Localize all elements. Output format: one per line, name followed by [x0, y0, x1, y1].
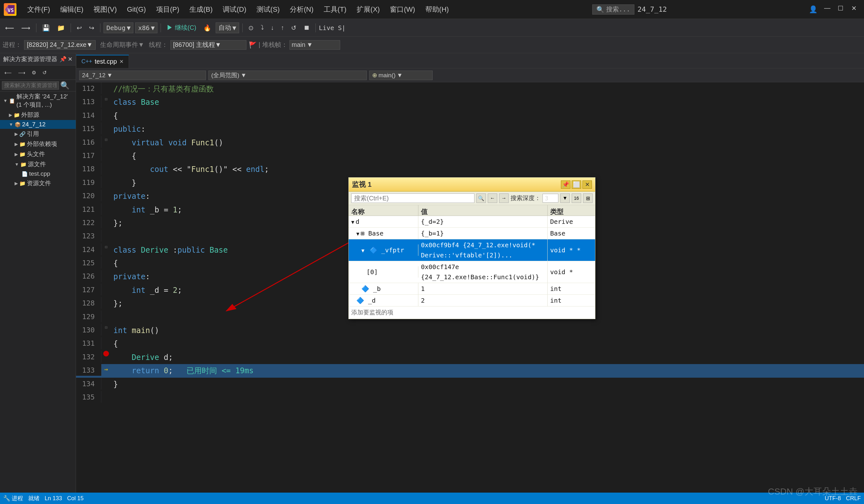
- code-editor[interactable]: 112//情况一：只有基类有虚函数113⊟class Base114{115pu…: [76, 82, 864, 493]
- sidebar-back-btn[interactable]: ⟵: [2, 67, 14, 78]
- watch-search-button[interactable]: 🔍: [476, 194, 486, 203]
- step-over-button[interactable]: ⤵: [258, 22, 266, 34]
- breakpoint-button[interactable]: ⊙: [246, 22, 256, 34]
- symbol-nav-dropdown[interactable]: ⊕ main() ▼: [369, 71, 433, 80]
- menu-debug[interactable]: 调试(D): [218, 3, 251, 15]
- sidebar-close-button[interactable]: ✕: [68, 56, 73, 63]
- watch-depth-dropdown[interactable]: ▼: [560, 194, 570, 203]
- sidebar-tree-item-4[interactable]: ▶ 📁 外部依赖项: [0, 139, 76, 149]
- breakpoint-indicator[interactable]: [103, 351, 109, 356]
- watch-close-button[interactable]: ✕: [583, 181, 592, 189]
- collapse-icon[interactable]: ⊟: [105, 244, 107, 250]
- tab-close-button[interactable]: ✕: [119, 59, 123, 64]
- debug-config-dropdown[interactable]: Debug ▼: [104, 23, 133, 33]
- watch-row-3[interactable]: [0]0x00cf147e {24_7_12.exe!Base::Func1(v…: [349, 261, 595, 283]
- menu-file[interactable]: 文件(F): [23, 3, 55, 15]
- line-content-116[interactable]: virtual void Func1(): [111, 136, 864, 149]
- sidebar-pin-button[interactable]: 📌: [60, 56, 67, 63]
- menu-edit[interactable]: 编辑(E): [56, 3, 88, 15]
- tab-test-cpp[interactable]: C++ test.cpp ✕: [76, 55, 129, 68]
- watch-hex-button[interactable]: 16: [572, 194, 581, 203]
- nav-forward-button[interactable]: ⟶: [19, 22, 33, 34]
- watch-row-1[interactable]: ▼⊞ Base{_b=1}Base: [349, 228, 595, 239]
- watch-add-item[interactable]: 添加要监视的项: [349, 306, 595, 319]
- lifecycle-btn[interactable]: 生命周期事件▼: [100, 40, 144, 49]
- avatar[interactable]: 👤: [806, 3, 820, 16]
- menu-window[interactable]: 窗口(W): [385, 3, 419, 15]
- watch-nav-back-button[interactable]: ←: [488, 194, 497, 203]
- sidebar-fwd-btn[interactable]: ⟶: [15, 67, 28, 78]
- save-button[interactable]: 💾: [39, 22, 52, 34]
- undo-button[interactable]: ↩: [74, 22, 85, 34]
- sidebar-refresh-btn[interactable]: ↺: [40, 67, 49, 78]
- auto-dropdown[interactable]: 自动 ▼: [216, 23, 239, 33]
- step-into-button[interactable]: ↓: [268, 22, 276, 34]
- nav-back-button[interactable]: ⟵: [2, 22, 17, 34]
- menu-analyze[interactable]: 分析(N): [285, 3, 318, 15]
- line-content-117[interactable]: {: [111, 149, 864, 163]
- line-content-132[interactable]: Derive d;: [111, 351, 864, 364]
- line-content-135[interactable]: [111, 391, 864, 404]
- menu-build[interactable]: 生成(B): [185, 3, 217, 15]
- gutter-130[interactable]: ⊟: [101, 324, 111, 331]
- gutter-133[interactable]: ⇒: [101, 364, 111, 374]
- line-content-134[interactable]: }: [111, 378, 864, 391]
- scope-nav-dropdown[interactable]: (全局范围) ▼: [208, 71, 367, 80]
- collapse-icon[interactable]: ⊟: [105, 96, 107, 102]
- restart-button[interactable]: ↺: [289, 22, 299, 34]
- hot-reload-button[interactable]: 🔥: [201, 22, 214, 34]
- menu-extensions[interactable]: 扩展(X): [352, 3, 384, 15]
- menu-help[interactable]: 帮助(H): [421, 3, 454, 15]
- sidebar-tree-item-8[interactable]: ▶ 📁 资源文件: [0, 178, 76, 188]
- line-content-113[interactable]: class Base: [111, 96, 864, 109]
- stop-button[interactable]: ⏹: [301, 22, 312, 34]
- menu-tools[interactable]: 工具(T): [319, 3, 351, 15]
- gutter-113[interactable]: ⊟: [101, 96, 111, 102]
- sidebar-tree-item-0[interactable]: ▼ 📋 解决方案 '24_7_12' (1 个项目, ...): [0, 91, 76, 110]
- collapse-icon[interactable]: ⊟: [105, 324, 107, 331]
- line-content-133[interactable]: return 0; 已用时间 <= 19ms: [111, 364, 864, 377]
- line-content-131[interactable]: {: [111, 337, 864, 351]
- watch-row-2[interactable]: ▼ 🔷 _vfptr0x00cf9bf4 {24_7_12.exe!void(*…: [349, 239, 595, 261]
- sidebar-tree-item-2[interactable]: ▼ 📦 24_7_12: [0, 120, 76, 129]
- platform-dropdown[interactable]: x86 ▼: [135, 23, 157, 33]
- menu-test[interactable]: 测试(S): [252, 3, 284, 15]
- menu-project[interactable]: 项目(P): [152, 3, 184, 15]
- watch-search-input[interactable]: [351, 194, 475, 203]
- line-content-115[interactable]: public:: [111, 123, 864, 136]
- watch-grid-button[interactable]: ⊞: [583, 194, 592, 203]
- sidebar-settings-btn[interactable]: ⚙: [29, 67, 39, 78]
- line-content-114[interactable]: {: [111, 109, 864, 123]
- sidebar-tree-item-5[interactable]: ▶ 📁 头文件: [0, 149, 76, 159]
- watch-row-0[interactable]: ▼d{_d=2}Derive: [349, 216, 595, 228]
- watch-row-5[interactable]: 🔷 _d2int: [349, 295, 595, 306]
- sidebar-tree-item-3[interactable]: ▶ 🔗 引用: [0, 129, 76, 139]
- stack-frame-selector[interactable]: main ▼: [289, 40, 340, 50]
- menu-git[interactable]: Git(G): [122, 4, 151, 15]
- close-button[interactable]: ✕: [848, 3, 860, 13]
- collapse-icon[interactable]: ⊟: [105, 136, 107, 143]
- sidebar-search-input[interactable]: [2, 81, 59, 89]
- sidebar-tree-item-7[interactable]: 📄 test.cpp: [0, 169, 76, 178]
- watch-attach-button[interactable]: 📌: [561, 181, 571, 189]
- watch-row-4[interactable]: 🔷 _b1int: [349, 283, 595, 295]
- thread-selector[interactable]: [86700] 主线程 ▼: [170, 40, 247, 50]
- project-nav-dropdown[interactable]: 24_7_12 ▼: [79, 71, 206, 80]
- search-bar[interactable]: 🔍 搜索...: [592, 4, 634, 15]
- watch-nav-fwd-button[interactable]: →: [499, 194, 509, 203]
- gutter-116[interactable]: ⊟: [101, 136, 111, 143]
- continue-button[interactable]: ▶ 继续(C): [164, 22, 199, 34]
- process-selector[interactable]: [82820] 24_7_12.exe ▼: [24, 40, 96, 50]
- sidebar-tree-item-1[interactable]: ▶ 📁 外部源: [0, 110, 76, 120]
- maximize-button[interactable]: ☐: [834, 3, 847, 13]
- line-content-112[interactable]: //情况一：只有基类有虚函数: [111, 82, 864, 96]
- gutter-124[interactable]: ⊟: [101, 244, 111, 250]
- gutter-132[interactable]: [101, 351, 111, 356]
- step-out-button[interactable]: ↑: [278, 22, 287, 34]
- save-all-button[interactable]: 📁: [55, 22, 68, 34]
- watch-float-button[interactable]: ⬜: [572, 181, 581, 189]
- minimize-button[interactable]: —: [821, 3, 833, 13]
- sidebar-tree-item-6[interactable]: ▼ 📁 源文件: [0, 159, 76, 169]
- line-content-130[interactable]: int main(): [111, 324, 864, 337]
- menu-view[interactable]: 视图(V): [89, 3, 121, 15]
